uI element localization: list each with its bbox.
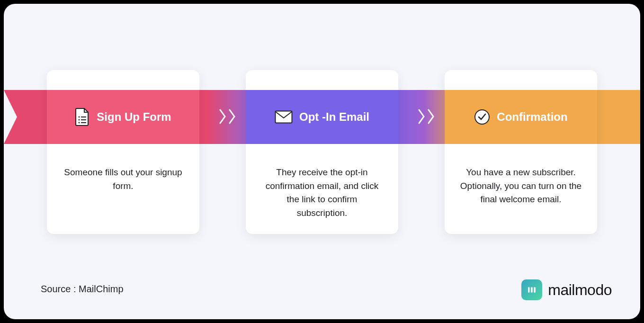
svg-rect-6 xyxy=(275,111,292,123)
check-circle-icon xyxy=(474,109,490,125)
step-card-confirmation: Confirmation You have a new subscriber. … xyxy=(445,70,597,234)
svg-rect-9 xyxy=(531,287,533,293)
step-title: Opt -In Email xyxy=(299,110,369,124)
svg-point-7 xyxy=(475,110,489,124)
step-card-signup: Sign Up Form Someone fills out your sign… xyxy=(47,70,199,234)
step-body: You have a new subscriber. Optionally, y… xyxy=(445,144,597,234)
step-banner: Opt -In Email xyxy=(246,90,398,144)
step-banner: Sign Up Form xyxy=(47,90,199,144)
flow-arrow-2 xyxy=(418,107,436,129)
svg-point-0 xyxy=(79,117,80,118)
svg-rect-10 xyxy=(534,287,536,293)
step-banner: Confirmation xyxy=(445,90,597,144)
step-title: Confirmation xyxy=(497,110,567,124)
brand: mailmodo xyxy=(521,279,612,300)
flow-arrow-1 xyxy=(219,107,237,129)
steps-row: Sign Up Form Someone fills out your sign… xyxy=(4,70,640,234)
form-icon xyxy=(75,108,90,126)
brand-name: mailmodo xyxy=(548,281,612,299)
svg-point-4 xyxy=(79,122,80,124)
diagram-frame: Sign Up Form Someone fills out your sign… xyxy=(4,4,640,319)
svg-point-2 xyxy=(79,119,80,121)
step-body: They receive the opt-in confirmation ema… xyxy=(246,144,398,234)
source-label: Source : MailChimp xyxy=(41,284,124,295)
step-card-optin: Opt -In Email They receive the opt-in co… xyxy=(246,70,398,234)
step-body: Someone fills out your signup form. xyxy=(47,144,199,234)
svg-rect-8 xyxy=(528,287,530,293)
mailmodo-logo-icon xyxy=(521,279,542,300)
envelope-icon xyxy=(275,110,293,124)
step-title: Sign Up Form xyxy=(97,110,171,124)
